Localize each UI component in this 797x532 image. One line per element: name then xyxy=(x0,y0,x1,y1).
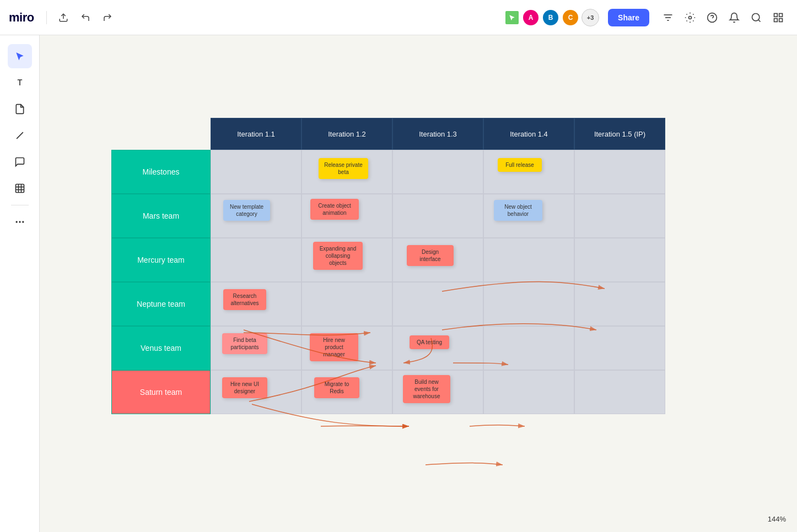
cell-mercury-1[interactable]: Expanding and collapsing objects xyxy=(301,238,392,282)
col-header-2: Iteration 1.3 xyxy=(392,118,483,150)
cell-mars-1[interactable]: Create object animation xyxy=(301,194,392,238)
sticky-find-beta[interactable]: Find beta participants xyxy=(222,333,267,354)
sticky-hire-ui-designer[interactable]: Hire new UI designer xyxy=(222,377,267,398)
svg-rect-12 xyxy=(774,18,778,21)
app-logo: miro xyxy=(9,10,34,25)
board: Iteration 1.1 Iteration 1.2 Iteration 1.… xyxy=(111,118,665,414)
avatar-more[interactable]: +3 xyxy=(581,9,599,26)
row-milestones: Milestones Release private beta Full rel… xyxy=(111,150,665,194)
sticky-design-interface[interactable]: Design interface xyxy=(407,245,454,266)
cell-saturn-3 xyxy=(483,370,574,414)
filter-icon-btn[interactable] xyxy=(658,8,678,28)
cell-mars-4 xyxy=(574,194,665,238)
svg-rect-14 xyxy=(15,184,24,193)
cell-venus-0[interactable]: Find beta participants xyxy=(211,326,301,370)
frame-tool[interactable] xyxy=(8,176,32,200)
share-button[interactable]: Share xyxy=(608,9,649,26)
row-neptune: Neptune team Research alternatives xyxy=(111,282,665,326)
cursor-tool[interactable] xyxy=(8,44,32,68)
collaborator-avatars: A B C +3 xyxy=(504,9,599,26)
cell-milestones-3[interactable]: Full release xyxy=(483,150,574,194)
cell-saturn-4 xyxy=(574,370,665,414)
cell-venus-2[interactable]: QA testing xyxy=(392,326,483,370)
redo-button[interactable] xyxy=(99,9,116,26)
search-icon-btn[interactable] xyxy=(746,8,766,28)
layout-icon-btn[interactable] xyxy=(768,8,788,28)
topbar: miro A B C +3 Share xyxy=(0,0,797,35)
sticky-expanding-collapsing[interactable]: Expanding and collapsing objects xyxy=(313,242,363,270)
row-mars: Mars team New template category Create o… xyxy=(111,194,665,238)
cursor-avatar xyxy=(504,10,520,25)
svg-point-20 xyxy=(19,221,20,222)
cell-neptune-3 xyxy=(483,282,574,326)
cell-saturn-2[interactable]: Build new events for warehouse xyxy=(392,370,483,414)
cell-saturn-1[interactable]: Migrate to Redis xyxy=(301,370,392,414)
sticky-create-object-animation[interactable]: Create object animation xyxy=(310,199,359,220)
col-header-3: Iteration 1.4 xyxy=(483,118,574,150)
sticky-migrate-redis[interactable]: Migrate to Redis xyxy=(314,377,359,398)
cell-milestones-4 xyxy=(574,150,665,194)
cell-neptune-2 xyxy=(392,282,483,326)
row-header-mercury: Mercury team xyxy=(111,238,211,282)
sticky-new-object-behavior[interactable]: New object behavior xyxy=(494,200,542,221)
zoom-indicator: 144% xyxy=(768,515,786,523)
cell-neptune-4 xyxy=(574,282,665,326)
bell-icon-btn[interactable] xyxy=(724,8,744,28)
svg-point-4 xyxy=(689,16,692,19)
col-header-0: Iteration 1.1 xyxy=(211,118,301,150)
row-mercury: Mercury team Expanding and collapsing ob… xyxy=(111,238,665,282)
row-header-saturn: Saturn team xyxy=(111,370,211,414)
svg-rect-9 xyxy=(774,13,778,17)
toolbar-divider xyxy=(11,205,29,205)
cell-mercury-4 xyxy=(574,238,665,282)
svg-rect-10 xyxy=(779,13,783,17)
svg-rect-11 xyxy=(779,18,783,21)
cell-mercury-0 xyxy=(211,238,301,282)
column-headers: Iteration 1.1 Iteration 1.2 Iteration 1.… xyxy=(211,118,665,150)
cell-venus-1[interactable]: Hire new product manager xyxy=(301,326,392,370)
row-venus: Venus team Find beta participants Hire n… xyxy=(111,326,665,370)
canvas[interactable]: Iteration 1.1 Iteration 1.2 Iteration 1.… xyxy=(40,35,797,532)
row-header-neptune: Neptune team xyxy=(111,282,211,326)
cell-mars-0[interactable]: New template category xyxy=(211,194,301,238)
row-header-mars: Mars team xyxy=(111,194,211,238)
more-tools[interactable] xyxy=(8,210,32,234)
cell-mars-2 xyxy=(392,194,483,238)
cell-milestones-1[interactable]: Release private beta xyxy=(301,150,392,194)
cell-mars-3[interactable]: New object behavior xyxy=(483,194,574,238)
cell-saturn-0[interactable]: Hire new UI designer xyxy=(211,370,301,414)
topbar-separator xyxy=(46,11,47,24)
sticky-new-template[interactable]: New template category xyxy=(223,200,270,221)
svg-point-19 xyxy=(15,221,17,222)
topbar-right-icons xyxy=(658,8,788,28)
upload-button[interactable] xyxy=(55,9,72,26)
text-tool[interactable] xyxy=(8,70,32,95)
svg-line-8 xyxy=(758,19,761,21)
sticky-full-release[interactable]: Full release xyxy=(498,158,542,172)
comment-tool[interactable] xyxy=(8,150,32,174)
sticky-research-alternatives[interactable]: Research alternatives xyxy=(223,289,266,310)
settings-icon-btn[interactable] xyxy=(680,8,700,28)
sticky-build-events[interactable]: Build new events for warehouse xyxy=(403,375,450,403)
cell-milestones-2 xyxy=(392,150,483,194)
svg-line-13 xyxy=(17,132,23,139)
svg-point-7 xyxy=(752,13,760,20)
cell-mercury-2[interactable]: Design interface xyxy=(392,238,483,282)
line-tool[interactable] xyxy=(8,123,32,148)
sticky-hire-product-manager[interactable]: Hire new product manager xyxy=(310,333,358,361)
help-icon-btn[interactable] xyxy=(702,8,722,28)
left-toolbar xyxy=(0,35,40,532)
row-saturn: Saturn team Hire new UI designer Migrate… xyxy=(111,370,665,414)
avatar-3: C xyxy=(562,9,579,26)
cell-milestones-0 xyxy=(211,150,301,194)
sticky-note-tool[interactable] xyxy=(8,97,32,121)
sticky-qa-testing[interactable]: QA testing xyxy=(410,335,449,349)
cell-venus-4 xyxy=(574,326,665,370)
cell-mercury-3 xyxy=(483,238,574,282)
cell-neptune-0[interactable]: Research alternatives xyxy=(211,282,301,326)
row-header-venus: Venus team xyxy=(111,326,211,370)
row-header-milestones: Milestones xyxy=(111,150,211,194)
col-header-1: Iteration 1.2 xyxy=(301,118,392,150)
undo-button[interactable] xyxy=(77,9,94,26)
sticky-release-private-beta[interactable]: Release private beta xyxy=(319,158,368,179)
